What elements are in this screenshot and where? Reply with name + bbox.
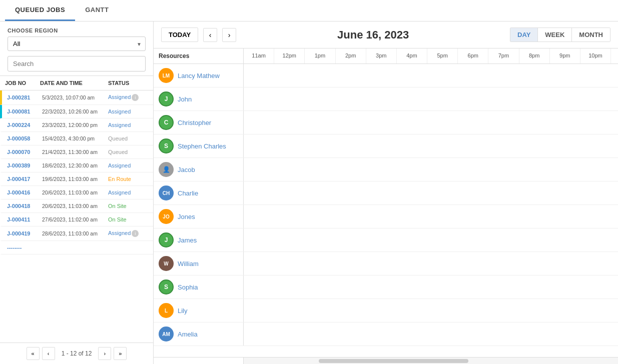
tab-gantt[interactable]: GANTT	[75, 0, 119, 21]
col-status: STATUS	[108, 80, 148, 86]
resource-name[interactable]: James	[178, 236, 197, 244]
time-header-cell: 10pm	[580, 48, 611, 64]
gantt-scrollbar-thumb[interactable]	[319, 359, 468, 363]
resource-name[interactable]: Lily	[178, 307, 188, 314]
main-layout: CHOOSE REGION All North South East West …	[0, 22, 618, 364]
tab-queued-jobs[interactable]: QUEUED JOBs	[5, 0, 75, 21]
page-info: 1 - 12 of 12	[58, 350, 96, 357]
avatar: L	[159, 303, 174, 318]
job-status: Assigned	[108, 108, 148, 114]
col-job-no: JOB NO	[5, 80, 40, 86]
time-header-cell: 12pm	[274, 48, 305, 64]
job-row[interactable]: J-000417 19/6/2023, 11:03:00 am En Route	[0, 172, 153, 186]
job-date: 15/4/2023, 4:30:00 pm	[42, 136, 108, 142]
gantt-row: S Stephen CharlesJ-000028-Plumbing-Commu…	[154, 134, 618, 158]
job-row[interactable]: J-000058 15/4/2023, 4:30:00 pm Queued	[0, 132, 153, 146]
job-date: 27/6/2023, 11:02:00 am	[42, 216, 108, 222]
job-row[interactable]: J-000416 20/6/2023, 11:03:00 am Assigned	[0, 186, 153, 200]
resource-name[interactable]: Jacob	[178, 166, 195, 174]
job-date: 22/3/2023, 10:26:00 am	[42, 108, 108, 114]
view-day-button[interactable]: DAY	[510, 28, 538, 42]
job-row[interactable]: J-000419 28/6/2023, 11:03:00 am Assigned…	[0, 226, 153, 241]
gantt-body: LM Lancy MathewJ-000028-Plumbing-Communi…	[154, 64, 618, 357]
gantt-scrollbar-left	[154, 358, 244, 364]
job-row[interactable]: --------	[0, 241, 153, 254]
search-input[interactable]	[8, 56, 146, 72]
gantt-resource-cell: LM Lancy Mathew	[154, 64, 244, 87]
gantt-resource-cell: S Sophia	[154, 276, 244, 298]
job-id: J-000418	[7, 203, 42, 209]
job-row[interactable]: J-000389 18/6/2023, 12:30:00 am Assigned	[0, 159, 153, 172]
job-row[interactable]: J-000224 23/3/2023, 12:00:00 pm Assigned	[0, 118, 153, 132]
job-status: Assigned	[108, 190, 148, 196]
gantt-row: W WilliamJ-000418--Community Account QA …	[154, 252, 618, 276]
jobs-list: J-000281 5/3/2023, 10:07:00 am Assignedi…	[0, 90, 153, 342]
job-row[interactable]: J-000081 22/3/2023, 10:26:00 am Assigned	[0, 105, 153, 118]
job-id: J-000417	[7, 176, 42, 182]
today-button[interactable]: TODAY	[161, 28, 198, 42]
view-week-button[interactable]: WEEK	[538, 28, 572, 42]
resource-name[interactable]: Amelia	[178, 330, 198, 338]
next-page-button[interactable]: ›	[98, 347, 111, 360]
next-date-button[interactable]: ›	[222, 28, 236, 42]
job-id: J-000416	[7, 190, 42, 196]
avatar: JO	[159, 209, 174, 224]
gantt-resource-cell: J John	[154, 88, 244, 110]
resource-name[interactable]: Sophia	[178, 284, 198, 291]
resource-name[interactable]: Christopher	[178, 119, 211, 126]
job-row[interactable]: J-000411 27/6/2023, 11:02:00 am On Site	[0, 213, 153, 226]
avatar: 👤	[159, 162, 174, 177]
prev-page-button[interactable]: ‹	[42, 347, 55, 360]
resource-name[interactable]: John	[178, 96, 192, 103]
region-select[interactable]: All North South East West	[8, 36, 146, 51]
gantt-row: J JamesJ-000031-Plumbing-Community Accou…	[154, 228, 618, 252]
gantt-times-header: 11am12pm1pm2pm3pm4pm5pm6pm7pm8pm9pm10pm	[244, 48, 611, 64]
time-header-cell: 5pm	[427, 48, 458, 64]
gantt-row: 👤 JacobJ-000393--Community Account QA Te…	[154, 158, 618, 182]
first-page-button[interactable]: «	[27, 347, 40, 360]
job-date: 5/3/2023, 10:07:00 am	[42, 94, 108, 100]
info-icon[interactable]: i	[132, 230, 139, 237]
job-row[interactable]: J-000418 20/6/2023, 11:03:00 am On Site	[0, 200, 153, 213]
gantt-header: Resources 11am12pm1pm2pm3pm4pm5pm6pm7pm8…	[154, 48, 618, 64]
gantt-scrollbar-track[interactable]	[244, 358, 618, 364]
last-page-button[interactable]: »	[114, 347, 127, 360]
gantt-resource-cell: 👤 Jacob	[154, 158, 244, 181]
job-id: J-000411	[7, 216, 42, 222]
time-header-cell: 6pm	[458, 48, 488, 64]
gantt-scroll-spacer	[611, 48, 618, 64]
gantt-resource-cell: AM Amelia	[154, 322, 244, 346]
prev-date-button[interactable]: ‹	[203, 28, 217, 42]
job-id: J-000419	[7, 230, 42, 236]
time-header-cell: 2pm	[336, 48, 366, 64]
resource-name[interactable]: Jones	[178, 213, 195, 220]
job-date: 20/6/2023, 11:03:00 am	[42, 203, 108, 209]
job-date: 28/6/2023, 11:03:00 am	[42, 230, 108, 236]
job-status: Assignedi	[108, 230, 148, 237]
gantt-resource-cell: CH Charlie	[154, 182, 244, 204]
gantt-resource-cell: C Christopher	[154, 111, 244, 134]
info-icon[interactable]: i	[132, 94, 139, 101]
job-row[interactable]: J-000281 5/3/2023, 10:07:00 am Assignedi	[0, 90, 153, 105]
resource-name[interactable]: William	[178, 260, 199, 268]
job-id: J-000389	[7, 162, 42, 168]
time-header-cell: 3pm	[366, 48, 397, 64]
job-date: 19/6/2023, 11:03:00 am	[42, 176, 108, 182]
gantt-resource-cell: S Stephen Charles	[154, 134, 244, 158]
avatar: S	[159, 138, 174, 154]
avatar: S	[159, 280, 174, 294]
resource-name[interactable]: Lancy Mathew	[178, 72, 220, 80]
resource-name[interactable]: Charlie	[178, 190, 198, 197]
gantt-row: J JohnJ-000028-Plumbing-Community Acc	[154, 88, 618, 111]
job-status: Assigned	[108, 162, 148, 168]
job-id: J-000081	[7, 108, 42, 114]
avatar: W	[159, 256, 174, 271]
job-row[interactable]: J-000070 21/4/2023, 11:30:00 am Queued	[0, 146, 153, 159]
sidebar-header: CHOOSE REGION All North South East West …	[0, 22, 153, 76]
view-month-button[interactable]: MONTH	[572, 28, 610, 42]
resource-name[interactable]: Stephen Charles	[178, 142, 226, 150]
gantt-row: S Sophia	[154, 276, 618, 299]
gantt-resource-cell: W William	[154, 252, 244, 275]
gantt-panel: TODAY ‹ › June 16, 2023 DAY WEEK MONTH R…	[154, 22, 618, 364]
sidebar: CHOOSE REGION All North South East West …	[0, 22, 154, 364]
